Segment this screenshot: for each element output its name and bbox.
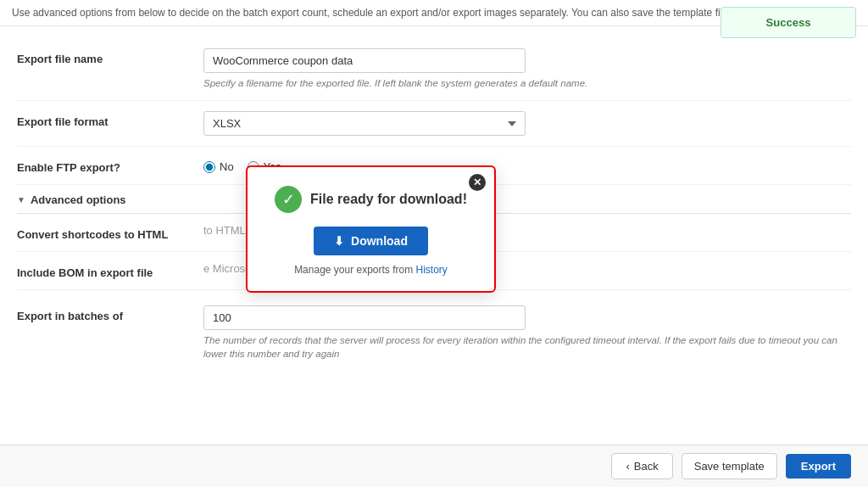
description-text: Use advanced options from below to decid… [12, 7, 810, 19]
batch-label: Export in batches of [17, 305, 203, 322]
success-toast: Success [721, 7, 856, 38]
save-template-button[interactable]: Save template [682, 453, 777, 479]
export-filename-label: Export file name [17, 48, 203, 65]
back-label: Back [634, 460, 659, 473]
batch-field: The number of records that the server wi… [203, 305, 851, 361]
ftp-no-label: No [220, 160, 234, 173]
convert-label: Convert shortcodes to HTML [17, 224, 203, 241]
download-button[interactable]: ⬇ Download [314, 227, 428, 255]
back-arrow-icon: ‹ [626, 460, 629, 473]
check-circle-icon: ✓ [275, 186, 302, 213]
ftp-no-option[interactable]: No [203, 160, 234, 173]
export-filename-row: Export file name Specify a filename for … [17, 38, 851, 101]
ftp-label: Enable FTP export? [17, 157, 203, 174]
download-modal: ✕ ✓ File ready for download! ⬇ Download … [246, 165, 496, 293]
advanced-label: Advanced options [31, 193, 126, 206]
batch-input[interactable] [203, 305, 526, 330]
batch-hint: The number of records that the server wi… [203, 333, 851, 361]
batch-row: Export in batches of The number of recor… [17, 295, 851, 371]
export-filename-input[interactable] [203, 48, 526, 73]
download-label: Download [351, 234, 408, 248]
export-format-select[interactable]: XLSX CSV XML JSON [203, 111, 526, 136]
advanced-arrow-icon: ▼ [17, 195, 25, 204]
export-format-row: Export file format XLSX CSV XML JSON [17, 101, 851, 147]
export-button[interactable]: Export [786, 454, 851, 479]
export-filename-hint: Specify a filename for the exported file… [203, 76, 851, 90]
modal-close-button[interactable]: ✕ [469, 174, 486, 191]
success-text: Success [766, 16, 811, 29]
modal-history-text: Manage your exports from History [264, 264, 477, 276]
history-prefix: Manage your exports from [294, 264, 413, 276]
save-template-label: Save template [694, 460, 765, 473]
ftp-no-radio[interactable] [203, 161, 215, 173]
history-link[interactable]: History [416, 264, 448, 276]
footer: ‹ Back Save template Export [0, 445, 868, 487]
export-label: Export [801, 460, 836, 473]
back-button[interactable]: ‹ Back [611, 453, 672, 479]
download-icon: ⬇ [334, 234, 344, 248]
export-format-label: Export file format [17, 111, 203, 128]
export-filename-field: Specify a filename for the exported file… [203, 48, 851, 90]
export-format-field: XLSX CSV XML JSON [203, 111, 851, 136]
modal-ready-section: ✓ File ready for download! [264, 186, 477, 213]
bom-label: Include BOM in export file [17, 262, 203, 279]
modal-ready-text: File ready for download! [310, 192, 467, 207]
